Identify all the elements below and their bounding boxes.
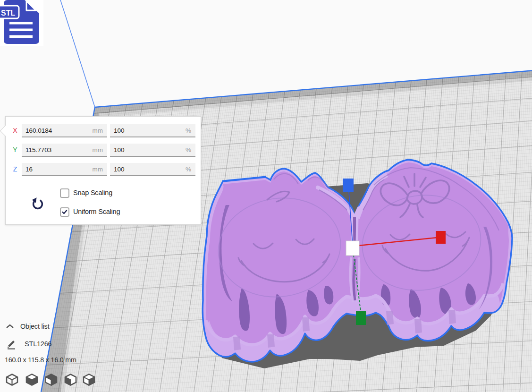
svg-text:STL: STL: [1, 9, 15, 17]
